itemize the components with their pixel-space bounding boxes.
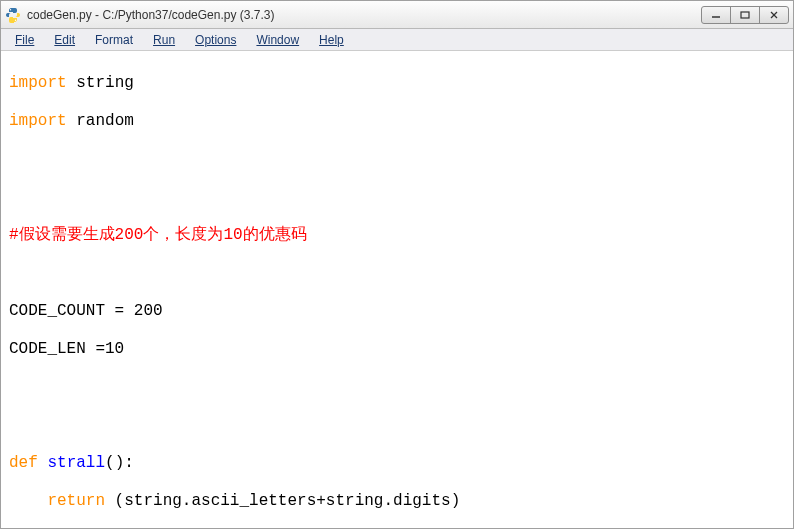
blank-line	[9, 416, 785, 435]
close-button[interactable]	[759, 6, 789, 24]
code-editor[interactable]: import string import random #假设需要生成200个，…	[1, 51, 793, 528]
blank-line	[9, 264, 785, 283]
code-line: CODE_COUNT = 200	[9, 302, 785, 321]
menu-run[interactable]: Run	[143, 31, 185, 49]
menu-file[interactable]: File	[5, 31, 44, 49]
svg-point-0	[10, 9, 11, 10]
menu-help[interactable]: Help	[309, 31, 354, 49]
blank-line	[9, 188, 785, 207]
code-line: return (string.ascii_letters+string.digi…	[9, 492, 785, 511]
menu-options[interactable]: Options	[185, 31, 246, 49]
python-idle-icon	[5, 7, 21, 23]
code-line: #假设需要生成200个，长度为10的优惠码	[9, 226, 785, 245]
maximize-button[interactable]	[730, 6, 760, 24]
code-line: def strall():	[9, 454, 785, 473]
menu-edit[interactable]: Edit	[44, 31, 85, 49]
menu-window[interactable]: Window	[246, 31, 309, 49]
blank-line	[9, 150, 785, 169]
window-controls	[702, 6, 789, 24]
minimize-button[interactable]	[701, 6, 731, 24]
titlebar: codeGen.py - C:/Python37/codeGen.py (3.7…	[1, 1, 793, 29]
menu-format[interactable]: Format	[85, 31, 143, 49]
svg-rect-3	[741, 12, 749, 18]
code-line: CODE_LEN =10	[9, 340, 785, 359]
blank-line	[9, 378, 785, 397]
menubar: File Edit Format Run Options Window Help	[1, 29, 793, 51]
window-title: codeGen.py - C:/Python37/codeGen.py (3.7…	[27, 8, 702, 22]
svg-point-1	[15, 19, 16, 20]
code-line: import random	[9, 112, 785, 131]
code-line: import string	[9, 74, 785, 93]
